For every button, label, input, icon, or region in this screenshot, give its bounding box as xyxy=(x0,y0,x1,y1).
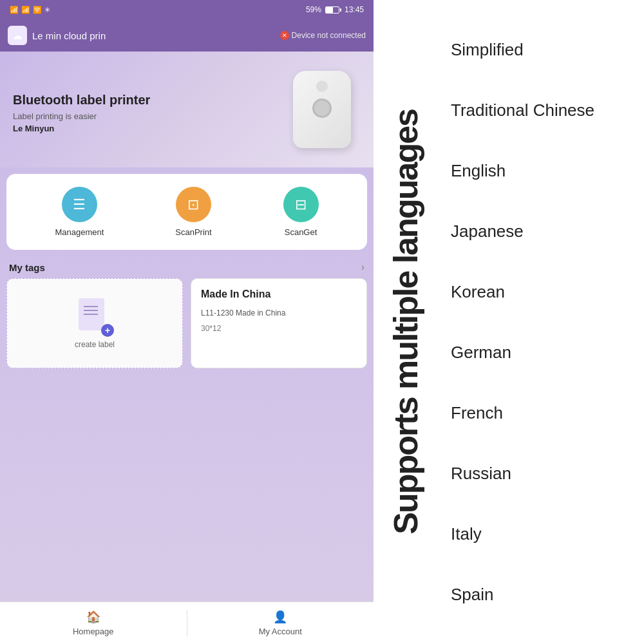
hero-brand: Le Minyun xyxy=(13,124,274,133)
lang-simplified: Simplified xyxy=(451,40,631,60)
lang-spain: Spain xyxy=(451,585,631,605)
lang-russian: Russian xyxy=(451,464,631,484)
hero-section: Bluetooth label printer Label printing i… xyxy=(0,52,374,167)
homepage-label: Homepage xyxy=(73,627,114,636)
scanget-label: ScanGet xyxy=(285,227,317,237)
lang-korean: Korean xyxy=(451,282,631,302)
app-title: Le min cloud prin xyxy=(32,30,106,41)
battery-icon xyxy=(325,6,339,14)
lang-italy: Italy xyxy=(451,524,631,544)
doc-line-1 xyxy=(84,306,98,307)
tags-header: My tags › xyxy=(6,256,367,278)
hero-subtitle: Label printing is easier xyxy=(13,111,274,121)
status-bar: 📶 📶 🛜 ✳ 59% 13:45 xyxy=(0,0,374,19)
doc-line-3 xyxy=(84,314,98,315)
signal-icon-2: 📶 xyxy=(21,6,30,14)
tags-title: My tags xyxy=(9,262,45,273)
homepage-icon: 🏠 xyxy=(86,610,100,624)
app-bar: ☁ Le min cloud prin ✕ Device not connect… xyxy=(0,19,374,52)
clock: 13:45 xyxy=(345,5,364,14)
label-card-size: 30*12 xyxy=(201,324,357,333)
tags-grid: + create label Made In China L11-1230 Ma… xyxy=(6,278,367,368)
printer-shape xyxy=(293,71,351,148)
lang-french: French xyxy=(451,403,631,423)
doc-line-2 xyxy=(84,310,98,311)
doc-lines xyxy=(84,306,98,315)
nav-homepage[interactable]: 🏠 Homepage xyxy=(0,610,187,636)
signal-icon-1: 📶 xyxy=(10,6,19,14)
battery-percent: 59% xyxy=(306,5,321,14)
management-icon: ☰ xyxy=(62,187,97,222)
bluetooth-icon: ✳ xyxy=(44,6,50,14)
connection-status: ✕ Device not connected xyxy=(280,31,366,40)
action-section: ☰ Management ⊡ ScanPrint ⊟ ScanGet xyxy=(6,174,367,250)
label-card[interactable]: Made In China L11-1230 Made in China 30*… xyxy=(191,278,367,368)
create-label-card[interactable]: + create label xyxy=(6,278,183,368)
plus-badge: + xyxy=(101,324,114,337)
status-right: 59% 13:45 xyxy=(306,5,364,14)
bottom-nav: 🏠 Homepage 👤 My Account xyxy=(0,601,374,644)
phone-mockup: 📶 📶 🛜 ✳ 59% 13:45 ☁ Le min cloud prin ✕ … xyxy=(0,0,374,644)
create-label-text: create label xyxy=(75,340,115,349)
lang-german: German xyxy=(451,343,631,363)
doc-shape xyxy=(79,298,104,330)
hero-text: Bluetooth label printer Label printing i… xyxy=(13,93,274,133)
scanprint-icon: ⊡ xyxy=(176,187,211,222)
vertical-title-text: Supports multiple languages xyxy=(389,109,422,535)
language-section: Supports multiple languages Simplified T… xyxy=(374,0,644,644)
printer-lens xyxy=(312,99,332,118)
hero-title: Bluetooth label printer xyxy=(13,93,274,108)
tags-section: My tags › + create label xyxy=(6,256,367,368)
tags-chevron-icon[interactable]: › xyxy=(361,261,365,273)
account-icon: 👤 xyxy=(273,610,287,624)
printer-button xyxy=(316,80,328,92)
language-list: Simplified Traditional Chinese English J… xyxy=(438,0,644,644)
lang-traditional-chinese: Traditional Chinese xyxy=(451,100,631,120)
printer-image xyxy=(283,71,361,155)
label-card-desc: L11-1230 Made in China xyxy=(201,308,357,319)
action-management[interactable]: ☰ Management xyxy=(55,187,104,237)
scanprint-label: ScanPrint xyxy=(175,227,211,237)
lang-japanese: Japanese xyxy=(451,222,631,242)
action-scanget[interactable]: ⊟ ScanGet xyxy=(283,187,319,237)
action-scanprint[interactable]: ⊡ ScanPrint xyxy=(175,187,211,237)
account-label: My Account xyxy=(259,627,302,636)
lang-english: English xyxy=(451,161,631,181)
label-card-title: Made In China xyxy=(201,289,357,300)
vertical-title-container: Supports multiple languages xyxy=(374,0,438,644)
not-connected-icon: ✕ xyxy=(280,31,289,40)
signal-icons: 📶 📶 🛜 ✳ xyxy=(10,6,50,14)
create-icon: + xyxy=(79,298,111,334)
app-logo: ☁ xyxy=(8,26,27,45)
wifi-icon: 🛜 xyxy=(33,6,42,14)
nav-account[interactable]: 👤 My Account xyxy=(187,610,374,636)
not-connected-label: Device not connected xyxy=(292,31,366,40)
scanget-icon: ⊟ xyxy=(283,187,319,222)
management-label: Management xyxy=(55,227,104,237)
